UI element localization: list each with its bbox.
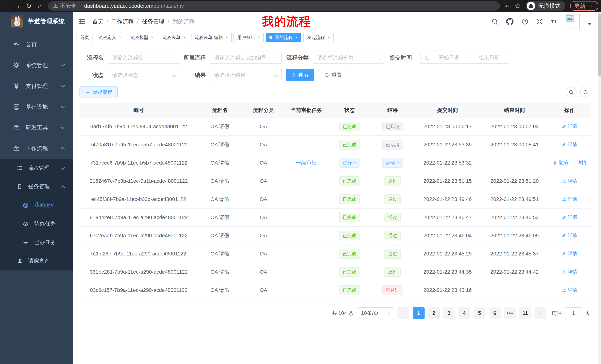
create-process-button[interactable]: ＋ 发起流程 [80,86,118,98]
avatar-dropdown-icon[interactable] [588,23,592,25]
forward-icon[interactable]: → [13,1,22,11]
page-button-1[interactable]: 1 [413,307,425,319]
detail-link[interactable]: 详情 [562,287,577,293]
sidebar-item-label: 已办任务 [34,239,56,246]
sidebar-item-task-mgmt[interactable]: 任务管理 [0,177,73,196]
tab-process-form-edit[interactable]: 流程表单-编辑× [191,33,232,42]
filter-row-2: 状态 请选择状态 结果 请选择流结果 搜索 重置 [80,69,591,81]
sidebar-item-system[interactable]: 系统管理 [0,55,73,76]
sidebar-item-label: 研发工具 [26,124,48,132]
page-button-11[interactable]: 11 [519,307,531,319]
prev-page-button[interactable]: ‹ [397,307,409,319]
search-icon[interactable] [491,18,498,25]
detail-link[interactable]: 详情 [562,178,577,184]
github-icon[interactable] [506,18,513,25]
list-icon [16,165,23,171]
font-size-icon[interactable]: ᴛT [551,18,557,25]
avatar[interactable] [565,14,580,29]
detail-link[interactable]: 详情 [571,160,586,166]
close-icon[interactable]: × [295,35,298,40]
eye-closed-icon [22,239,29,245]
update-button[interactable]: 更新 ⋮ [570,1,598,11]
name-input[interactable] [112,55,175,61]
cell-process-name: OA 请假 [198,214,242,221]
task-link[interactable]: 一级审批 [296,160,317,166]
refresh-table-button[interactable] [580,87,591,98]
page-size-select[interactable]: 10条/页 [357,307,394,319]
close-icon[interactable]: × [226,35,228,40]
breadcrumb-workflow[interactable]: 工作流程 [111,18,134,25]
next-page-button[interactable]: › [534,307,546,319]
close-icon[interactable]: × [151,35,153,40]
sidebar-item-process-mgmt[interactable]: 流程管理 [0,159,73,177]
goto-page-input[interactable] [565,307,582,319]
sidebar-item-my-process[interactable]: 我的流程 [0,196,73,214]
page-button-4[interactable]: 4 [458,307,470,319]
sidebar-item-done-tasks[interactable]: 已办任务 [0,233,73,252]
result-select[interactable]: 请选择流结果 [210,69,281,81]
tab-start-process[interactable]: 发起流程× [303,33,334,42]
sidebar-item-leave-query[interactable]: 请假查询 [0,252,73,270]
search-button[interactable]: 搜索 [286,69,314,81]
help-icon[interactable] [521,18,528,25]
sidebar-item-home[interactable]: 首页 [0,34,73,55]
close-icon[interactable]: × [183,35,186,40]
date-range-picker[interactable]: 开始日期 - 结束日期 [420,52,509,64]
status-select[interactable]: 请选择状态 [108,69,180,81]
close-icon[interactable]: × [327,35,330,40]
back-icon[interactable]: ← [1,1,11,11]
tab-home[interactable]: 首页 [77,33,93,42]
page-button-3[interactable]: 3 [443,307,455,319]
sidebar-item-todo-tasks[interactable]: 待办任务 [0,214,73,233]
home-icon[interactable]: ⌂ [35,1,45,11]
detail-link[interactable]: 详情 [562,269,577,275]
page-button-6[interactable]: 6 [489,307,501,319]
detail-link[interactable]: 详情 [562,214,577,220]
sidebar-collapse-icon[interactable] [78,18,86,25]
browser-menu-icon[interactable]: ⋮ [589,3,594,9]
sidebar-item-infra[interactable]: 基础设施 [0,96,73,117]
date-end-placeholder[interactable]: 结束日期 [474,54,505,61]
cell-status: 已完成 [328,176,371,186]
bookmark-star-icon[interactable] [515,3,521,9]
sidebar-item-devtools[interactable]: 研发工具 [0,117,73,138]
detail-link[interactable]: 详情 [562,123,577,129]
cell-submit-time: 2022-01-22 23:46:04 [414,233,481,239]
close-icon[interactable]: × [258,35,260,40]
reload-icon[interactable]: ↻ [24,1,33,11]
breadcrumb-home[interactable]: 首页 [92,18,103,25]
incognito-label: 无痕模式 [538,2,561,10]
breadcrumb-task-mgmt[interactable]: 任务管理 [142,18,164,25]
reset-button[interactable]: 重置 [319,69,347,81]
tab-my-process[interactable]: 我的流程× [266,33,301,42]
cell-actions: 详情 [548,141,591,148]
scrollbar-thumb[interactable] [598,13,601,77]
tab-user-group[interactable]: 用户分组× [233,33,264,42]
process-input[interactable] [214,55,277,61]
address-bar[interactable]: 不安全 dashboard.yudao.iocoder.cn/bpm/task/… [48,1,500,10]
sidebar-item-workflow[interactable]: 工作流程 [0,138,73,159]
detail-link[interactable]: 详情 [562,232,577,238]
scrollbar[interactable] [598,12,601,364]
detail-link[interactable]: 详情 [562,250,577,257]
sidebar-item-payment[interactable]: ¥ 支付管理 [0,76,73,96]
toggle-search-button[interactable] [566,87,576,98]
tab-process-model[interactable]: 流程模型× [127,33,157,42]
detail-link[interactable]: 详情 [562,141,577,147]
date-start-placeholder[interactable]: 开始日期 [433,54,464,61]
cell-submit-time: 2022-01-22 23:46:47 [414,214,481,220]
page-button-5[interactable]: 5 [474,307,485,319]
key-icon[interactable] [504,3,510,9]
detail-link[interactable]: 详情 [562,196,577,202]
more-pages-icon[interactable]: ••• [504,307,516,319]
page-button-2[interactable]: 2 [428,307,440,319]
cancel-link[interactable]: 取消 [552,160,568,166]
edit-icon [562,288,566,292]
result-badge: 通过 [384,176,401,186]
tab-process-form[interactable]: 流程表单× [159,33,189,42]
category-select[interactable]: 请选择流程分类 [313,52,384,64]
close-icon[interactable]: × [119,35,121,40]
cell-result: 通过 [371,249,414,259]
tab-process-definition[interactable]: 流程定义× [95,33,125,42]
fullscreen-icon[interactable] [536,18,543,25]
